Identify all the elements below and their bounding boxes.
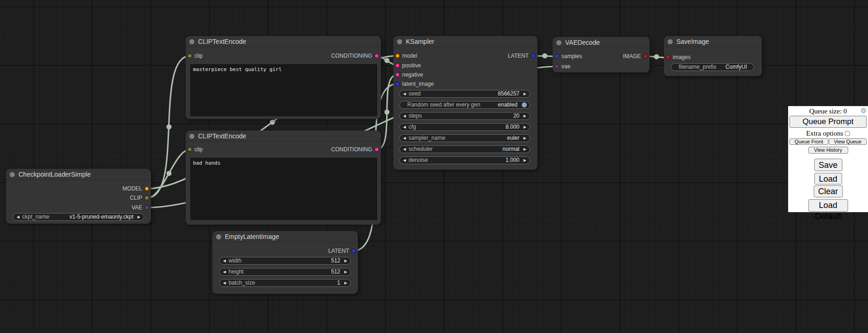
increment-arrow-icon[interactable]: ▶ [524,90,526,97]
port-label: images [673,54,691,60]
port-label: VAE [132,204,142,211]
height-widget[interactable]: ◀ height 512 ▶ [219,268,351,276]
width-widget[interactable]: ◀ width 512 ▶ [219,257,351,265]
seed-widget[interactable]: ◀ seed 8566257 ▶ [399,90,530,98]
load-button[interactable]: Load [814,173,842,184]
decrement-arrow-icon[interactable]: ◀ [403,90,406,97]
collapse-dot-icon[interactable] [216,234,221,239]
node-title-bar[interactable]: SaveImage [664,36,762,47]
widget-value: 512 [331,257,340,264]
decrement-arrow-icon[interactable]: ◀ [223,257,226,264]
increment-arrow-icon[interactable]: ▶ [524,124,526,131]
vae-port-dot-icon[interactable] [555,64,559,69]
node-title: EmptyLatentImage [225,233,279,240]
increment-arrow-icon[interactable]: ▶ [524,135,526,142]
model-port-dot-icon[interactable] [145,186,149,191]
queue-prompt-button[interactable]: Queue Prompt [790,116,867,128]
node-vae-decode[interactable]: VAEDecode samples vae IMAGE [553,37,650,72]
widget-value: normal [502,146,519,153]
increment-arrow-icon[interactable]: ▶ [344,268,347,275]
decrement-arrow-icon[interactable]: ◀ [403,113,406,119]
output-port-vae: VAE [132,203,151,212]
model-port-dot-icon[interactable] [395,54,400,58]
node-checkpoint-loader-simple[interactable]: CheckpointLoaderSimple MODEL CLIP VAE ◀ … [6,169,151,224]
increment-arrow-icon[interactable]: ▶ [344,279,347,286]
node-graph-canvas[interactable]: CheckpointLoaderSimple MODEL CLIP VAE ◀ … [0,0,868,333]
denoise-widget[interactable]: ◀ denoise 1.000 ▶ [399,156,530,164]
decrement-arrow-icon[interactable]: ◀ [223,279,226,286]
link-midpoint-dot [385,58,390,63]
queue-front-button[interactable]: Queue Front [790,138,828,145]
conditioning-port-dot-icon[interactable] [374,147,379,152]
node-title: CheckpointLoaderSimple [18,171,90,178]
node-title-bar[interactable]: VAEDecode [553,37,650,48]
widget-value: 20 [513,113,519,119]
node-title-bar[interactable]: CLIPTextEncode [186,131,381,142]
latent-port-dot-icon[interactable] [555,54,559,59]
increment-arrow-icon[interactable]: ▶ [524,113,526,119]
view-history-button[interactable]: View History [808,147,848,154]
collapse-dot-icon[interactable] [189,39,194,44]
clip-port-dot-icon[interactable] [145,196,149,200]
clip-port-dot-icon[interactable] [187,147,192,152]
input-port-negative: negative [393,70,423,79]
node-ksampler[interactable]: KSampler model positive negative latent_… [393,36,537,170]
input-port-samples: samples [553,52,582,61]
latent-port-dot-icon[interactable] [531,54,536,58]
collapse-dot-icon[interactable] [556,40,561,45]
filename-prefix-widget[interactable]: filename_prefix ComfyUI [671,63,754,71]
save-button[interactable]: Save [814,159,842,171]
view-queue-button[interactable]: View Queue [829,138,867,145]
increment-arrow-icon[interactable]: ▶ [138,214,140,220]
node-title-bar[interactable]: CheckpointLoaderSimple [6,169,151,180]
node-title-bar[interactable]: EmptyLatentImage [212,231,358,242]
image-port-dot-icon[interactable] [643,54,648,59]
node-title-bar[interactable]: KSampler [393,36,537,47]
collapse-dot-icon[interactable] [189,134,194,139]
sampler-name-widget[interactable]: ◀ sampler_name euler ▶ [399,134,530,142]
decrement-arrow-icon[interactable]: ◀ [403,135,406,142]
widget-value: 8.000 [506,124,519,131]
batch-size-widget[interactable]: ◀ batch_size 1 ▶ [219,279,351,287]
settings-gear-icon[interactable]: ⚙ [861,107,867,115]
prompt-textarea[interactable]: bad hands [190,158,377,220]
decrement-arrow-icon[interactable]: ◀ [403,146,406,153]
node-empty-latent-image[interactable]: EmptyLatentImage LATENT ◀ width 512 ▶ ◀ … [212,231,358,294]
latent-port-dot-icon[interactable] [351,249,356,253]
cfg-widget[interactable]: ◀ cfg 8.000 ▶ [399,123,530,131]
node-title: KSampler [406,38,434,45]
port-label: clip [194,53,203,59]
toggle-enabled-icon[interactable] [521,102,527,108]
load-default-button[interactable]: Load Default [808,199,848,212]
collapse-dot-icon[interactable] [397,39,402,44]
conditioning-port-dot-icon[interactable] [395,72,400,77]
decrement-arrow-icon[interactable]: ◀ [223,268,226,275]
collapse-dot-icon[interactable] [10,172,15,177]
steps-widget[interactable]: ◀ steps 20 ▶ [399,112,530,120]
prompt-textarea[interactable]: masterpiece best quality girl [190,64,377,116]
random-seed-toggle-widget[interactable]: Random seed after every gen enabled [399,101,530,109]
clip-port-dot-icon[interactable] [187,54,192,58]
increment-arrow-icon[interactable]: ▶ [524,146,526,153]
collapse-dot-icon[interactable] [668,39,673,44]
output-port-latent: LATENT [508,51,537,60]
node-clip-text-encode-negative[interactable]: CLIPTextEncode clip CONDITIONING bad han… [186,131,381,225]
increment-arrow-icon[interactable]: ▶ [524,157,526,164]
node-save-image[interactable]: SaveImage images filename_prefix ComfyUI [664,36,762,76]
decrement-arrow-icon[interactable]: ◀ [403,124,406,131]
increment-arrow-icon[interactable]: ▶ [344,257,347,264]
vae-port-dot-icon[interactable] [145,205,149,210]
image-port-dot-icon[interactable] [666,55,670,59]
node-title-bar[interactable]: CLIPTextEncode [186,36,381,47]
extra-options-checkbox[interactable] [845,131,850,136]
clear-button[interactable]: Clear [814,185,843,197]
decrement-arrow-icon[interactable]: ◀ [17,214,19,220]
port-label: latent_image [402,81,434,87]
conditioning-port-dot-icon[interactable] [395,63,400,68]
scheduler-widget[interactable]: ◀ scheduler normal ▶ [399,145,530,153]
decrement-arrow-icon[interactable]: ◀ [403,157,406,164]
latent-port-dot-icon[interactable] [395,82,400,86]
conditioning-port-dot-icon[interactable] [374,54,379,58]
ckpt-name-widget[interactable]: ◀ ckpt_name v1-5-pruned-emaonly.ckpt ▶ [13,213,144,221]
node-clip-text-encode-positive[interactable]: CLIPTextEncode clip CONDITIONING masterp… [186,36,381,119]
